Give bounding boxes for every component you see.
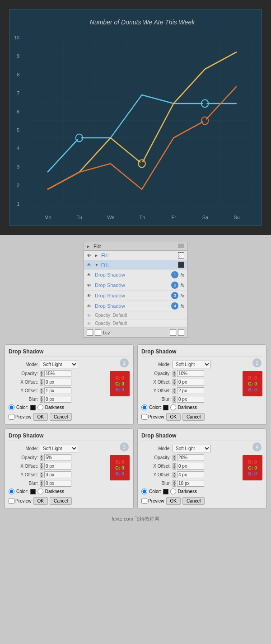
dialog-1-x-input[interactable] bbox=[44, 379, 71, 385]
dialog-4-opacity-input[interactable] bbox=[177, 454, 204, 461]
dialog-1-color-radio[interactable] bbox=[9, 404, 14, 410]
dialog-2-color-radio[interactable] bbox=[141, 404, 147, 410]
y-up-3[interactable]: ▲ bbox=[40, 472, 43, 475]
footer-rect-icon[interactable] bbox=[87, 329, 93, 336]
dialog-2-x-input[interactable] bbox=[177, 379, 204, 385]
dialog-3-y-stepper[interactable]: ▲ ▼ bbox=[40, 471, 71, 478]
opacity-up-1[interactable]: ▲ bbox=[40, 371, 43, 374]
visibility-icon-ds2[interactable]: 👁 bbox=[87, 283, 93, 287]
dialog-4-blur-input[interactable] bbox=[177, 480, 204, 487]
dialog-2-x-stepper[interactable]: ▲ ▼ bbox=[173, 379, 204, 385]
x-up-2[interactable]: ▲ bbox=[173, 379, 176, 382]
dialog-2-opacity-stepper[interactable]: ▲ ▼ bbox=[173, 370, 204, 377]
dialog-2-opacity-input[interactable] bbox=[177, 370, 204, 377]
dialog-3-preview-checkbox[interactable] bbox=[9, 498, 14, 504]
footer-delete-icon[interactable] bbox=[178, 329, 184, 336]
y-down-4[interactable]: ▼ bbox=[173, 475, 176, 478]
dialog-1-preview-check[interactable]: Preview bbox=[9, 414, 32, 420]
footer-fx-label[interactable]: fx↙ bbox=[103, 330, 111, 336]
dialog-2-y-input[interactable] bbox=[177, 387, 204, 394]
dialog-4-opacity-stepper[interactable]: ▲ ▼ bbox=[173, 454, 204, 461]
dialog-1-mode-select[interactable]: Soft Light bbox=[40, 361, 78, 368]
expand-icon-2[interactable]: ▼ bbox=[95, 263, 99, 267]
dialog-3-darkness-radio[interactable] bbox=[37, 489, 43, 494]
dialog-1-blur-stepper[interactable]: ▲ ▼ bbox=[40, 396, 71, 403]
dialog-4-y-input[interactable] bbox=[177, 471, 204, 478]
dialog-4-ok-button[interactable]: OK bbox=[166, 497, 181, 505]
dialog-4-darkness-radio[interactable] bbox=[170, 489, 176, 494]
dialog-2-preview-check[interactable]: Preview bbox=[141, 414, 164, 420]
dialog-2-mode-select[interactable]: Soft Light bbox=[173, 361, 211, 368]
dialog-1-darkness-radio[interactable] bbox=[37, 404, 43, 410]
x-down-4[interactable]: ▼ bbox=[173, 466, 176, 470]
dialog-3-blur-stepper[interactable]: ▲ ▼ bbox=[40, 480, 71, 487]
footer-rect2-icon[interactable] bbox=[95, 329, 101, 336]
dialog-1-x-stepper[interactable]: ▲ ▼ bbox=[40, 379, 71, 385]
dialog-1-cancel-button[interactable]: Cancel bbox=[50, 413, 72, 421]
visibility-icon-ds1[interactable]: 👁 bbox=[87, 273, 93, 277]
dialog-3-ok-button[interactable]: OK bbox=[33, 497, 48, 505]
dialog-1-ok-button[interactable]: OK bbox=[33, 413, 48, 421]
dialog-4-color-swatch[interactable] bbox=[163, 489, 168, 494]
dialog-3-x-input[interactable] bbox=[44, 463, 71, 470]
dialog-4-mode-select[interactable]: Soft Light bbox=[173, 445, 211, 452]
dialog-3-cancel-button[interactable]: Cancel bbox=[50, 497, 72, 505]
blur-up-4[interactable]: ▲ bbox=[173, 480, 176, 484]
opacity-down-1[interactable]: ▼ bbox=[40, 374, 43, 377]
dialog-1-y-input[interactable] bbox=[44, 387, 71, 394]
dialog-4-blur-stepper[interactable]: ▲ ▼ bbox=[173, 480, 204, 487]
dialog-3-opacity-stepper[interactable]: ▲ ▼ bbox=[40, 454, 71, 461]
y-up-4[interactable]: ▲ bbox=[173, 472, 176, 475]
x-down-2[interactable]: ▼ bbox=[173, 382, 176, 385]
visibility-icon-op1[interactable]: 👁 bbox=[87, 313, 93, 318]
y-down-3[interactable]: ▼ bbox=[40, 475, 43, 478]
x-down-3[interactable]: ▼ bbox=[40, 466, 43, 470]
visibility-icon-ds4[interactable]: 👁 bbox=[87, 304, 93, 308]
dialog-2-y-stepper[interactable]: ▲ ▼ bbox=[173, 387, 204, 394]
dialog-3-opacity-input[interactable] bbox=[44, 454, 71, 461]
dialog-4-color-radio[interactable] bbox=[141, 489, 147, 494]
y-up-1[interactable]: ▲ bbox=[40, 388, 43, 391]
dialog-4-cancel-button[interactable]: Cancel bbox=[182, 497, 205, 505]
blur-down-1[interactable]: ▼ bbox=[40, 400, 43, 403]
expand-icon-1[interactable]: ▶ bbox=[95, 254, 99, 258]
dialog-3-color-radio[interactable] bbox=[9, 489, 14, 494]
collapse-icon[interactable]: ▶ bbox=[87, 244, 91, 249]
opacity-down-3[interactable]: ▼ bbox=[40, 458, 43, 461]
opacity-up-4[interactable]: ▲ bbox=[173, 455, 176, 458]
blur-down-3[interactable]: ▼ bbox=[40, 484, 43, 487]
visibility-icon-2[interactable]: 👁 bbox=[87, 263, 93, 267]
dialog-1-color-swatch[interactable] bbox=[30, 405, 36, 410]
blur-down-4[interactable]: ▼ bbox=[173, 484, 176, 487]
blur-down-2[interactable]: ▼ bbox=[173, 400, 176, 403]
dialog-2-ok-button[interactable]: OK bbox=[166, 413, 181, 421]
dialog-3-color-swatch[interactable] bbox=[30, 489, 36, 494]
dialog-4-preview-checkbox[interactable] bbox=[141, 498, 147, 504]
dialog-4-y-stepper[interactable]: ▲ ▼ bbox=[173, 471, 204, 478]
y-up-2[interactable]: ▲ bbox=[173, 388, 176, 391]
opacity-down-4[interactable]: ▼ bbox=[173, 458, 176, 461]
dialog-1-preview-checkbox[interactable] bbox=[9, 414, 14, 420]
dialog-3-blur-input[interactable] bbox=[44, 480, 71, 487]
opacity-down-2[interactable]: ▼ bbox=[173, 374, 176, 377]
opacity-up-3[interactable]: ▲ bbox=[40, 455, 43, 458]
dialog-3-mode-select[interactable]: Soft Light bbox=[40, 445, 78, 452]
dialog-2-blur-input[interactable] bbox=[177, 396, 204, 403]
dialog-2-preview-checkbox[interactable] bbox=[141, 414, 147, 420]
x-up-3[interactable]: ▲ bbox=[40, 463, 43, 466]
blur-up-1[interactable]: ▲ bbox=[40, 396, 43, 400]
dialog-2-blur-stepper[interactable]: ▲ ▼ bbox=[173, 396, 204, 403]
dialog-3-y-input[interactable] bbox=[44, 471, 71, 478]
dialog-2-cancel-button[interactable]: Cancel bbox=[182, 413, 205, 421]
footer-copy-icon[interactable] bbox=[170, 329, 176, 336]
dialog-2-color-swatch[interactable] bbox=[163, 405, 168, 410]
visibility-icon-1[interactable]: 👁 bbox=[87, 253, 93, 258]
blur-up-2[interactable]: ▲ bbox=[173, 396, 176, 400]
y-down-2[interactable]: ▼ bbox=[173, 391, 176, 394]
dialog-4-preview-check[interactable]: Preview bbox=[141, 498, 164, 504]
visibility-icon-op2[interactable]: 👁 bbox=[87, 321, 93, 326]
x-down-1[interactable]: ▼ bbox=[40, 382, 43, 385]
dialog-4-x-stepper[interactable]: ▲ ▼ bbox=[173, 463, 204, 470]
x-up-1[interactable]: ▲ bbox=[40, 379, 43, 382]
dialog-3-x-stepper[interactable]: ▲ ▼ bbox=[40, 463, 71, 470]
